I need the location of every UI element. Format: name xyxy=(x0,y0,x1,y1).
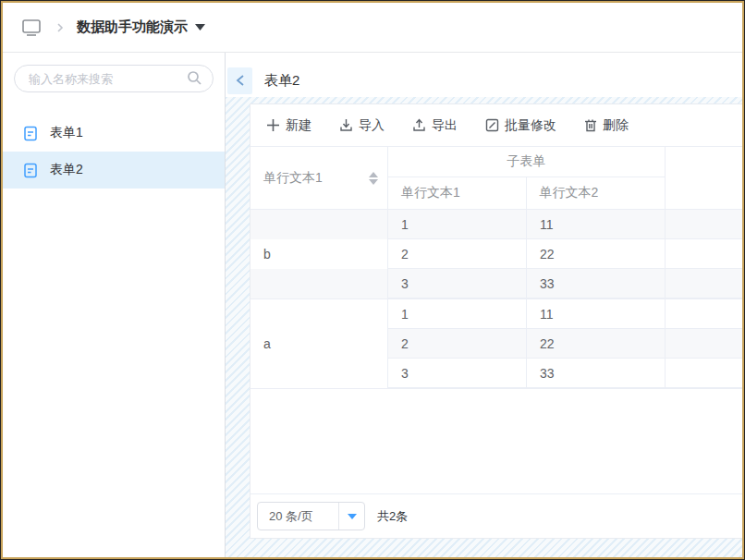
toolbar: 新建 导入 xyxy=(250,104,742,147)
sidebar-item-label: 表单2 xyxy=(50,162,83,178)
subform-subheaders: 单行文本1 单行文本2 xyxy=(388,177,665,209)
batch-edit-label: 批量修改 xyxy=(505,117,556,134)
table-cell-empty xyxy=(666,359,742,388)
create-button[interactable]: 新建 xyxy=(266,117,311,134)
table-cell: 22 xyxy=(527,239,666,269)
table-cell: 1 xyxy=(388,299,527,329)
document-icon xyxy=(23,163,38,178)
delete-icon xyxy=(584,118,597,132)
edit-icon xyxy=(485,118,499,132)
table-cell-empty xyxy=(666,329,742,359)
total-count: 共2条 xyxy=(377,508,408,525)
pagination-bar: 20 条/页 共2条 xyxy=(250,493,742,538)
plus-icon xyxy=(266,118,280,132)
table-cell-empty xyxy=(666,239,742,269)
chevron-right-icon xyxy=(55,22,66,33)
table-row[interactable]: 222 xyxy=(250,239,742,269)
table-cell: 2 xyxy=(388,329,527,359)
column-header-col1: 单行文本1 xyxy=(250,147,388,209)
table-cell-empty xyxy=(666,210,742,239)
app-window: 数据助手功能演示 xyxy=(0,0,745,560)
form-title: 表单2 xyxy=(264,72,299,90)
search-box xyxy=(14,65,214,92)
sidebar: 表单1 表单2 xyxy=(3,53,226,557)
table-cell: 33 xyxy=(527,359,666,388)
delete-button[interactable]: 删除 xyxy=(584,117,629,134)
chevron-left-icon xyxy=(235,74,246,87)
sidebar-item-form2[interactable]: 表单2 xyxy=(3,152,225,189)
table-body: 111222333b111222333a xyxy=(250,210,742,389)
search-icon[interactable] xyxy=(187,70,202,89)
table-cell: 2 xyxy=(388,239,527,269)
page-size-value: 20 条/页 xyxy=(258,503,338,530)
group-cell-area xyxy=(250,239,388,269)
table-cell: 3 xyxy=(388,359,527,388)
content-background: 新建 导入 xyxy=(226,97,742,557)
export-label: 导出 xyxy=(432,117,458,134)
import-icon xyxy=(339,118,353,132)
sort-carets-icon[interactable] xyxy=(369,172,378,185)
create-label: 新建 xyxy=(286,117,311,134)
table-row[interactable]: 333 xyxy=(250,269,742,298)
group-cell-area xyxy=(250,299,388,329)
col1-header-label: 单行文本1 xyxy=(263,170,323,187)
group-cell-area xyxy=(250,269,388,298)
form-list: 表单1 表单2 xyxy=(3,115,225,189)
table-cell: 33 xyxy=(527,269,666,298)
body-area: 表单1 表单2 xyxy=(3,53,742,557)
table-row[interactable]: 222 xyxy=(250,329,742,359)
table-group: 111222333a xyxy=(250,299,742,389)
table-group: 111222333b xyxy=(250,210,742,299)
page-size-select[interactable]: 20 条/页 xyxy=(257,502,365,530)
back-button[interactable] xyxy=(227,67,252,94)
table-cell: 22 xyxy=(527,329,666,359)
table-cell-empty xyxy=(666,269,742,298)
document-icon xyxy=(23,126,38,141)
sidebar-item-label: 表单1 xyxy=(50,125,83,141)
subform-header: 子表单 xyxy=(388,147,665,177)
monitor-icon[interactable] xyxy=(21,18,42,37)
search-input[interactable] xyxy=(14,65,214,92)
app-frame: 数据助手功能演示 xyxy=(1,1,744,559)
group-cell-area xyxy=(250,210,388,239)
data-panel: 新建 导入 xyxy=(250,103,742,539)
page-title[interactable]: 数据助手功能演示 xyxy=(77,18,188,36)
import-button[interactable]: 导入 xyxy=(339,117,385,134)
table-row[interactable]: 333 xyxy=(250,359,742,388)
import-label: 导入 xyxy=(359,117,385,134)
caret-down-icon[interactable] xyxy=(195,24,205,30)
export-button[interactable]: 导出 xyxy=(412,117,458,134)
group-cell-area xyxy=(250,359,388,388)
table-row[interactable]: 111 xyxy=(250,210,742,239)
table-cell: 11 xyxy=(527,210,666,239)
caret-down-icon xyxy=(338,503,364,530)
table-cell: 11 xyxy=(527,299,666,329)
subheader-col1: 单行文本1 xyxy=(388,177,527,209)
table-row[interactable]: 111 xyxy=(250,299,742,329)
batch-edit-button[interactable]: 批量修改 xyxy=(485,117,556,134)
main-header: 表单2 xyxy=(226,53,742,97)
sidebar-item-form1[interactable]: 表单1 xyxy=(3,115,225,152)
subform-header-group: 子表单 单行文本1 单行文本2 xyxy=(388,147,666,209)
export-icon xyxy=(412,118,426,132)
table-cell: 1 xyxy=(388,210,527,239)
subheader-col2: 单行文本2 xyxy=(527,177,666,209)
column-header-empty xyxy=(666,147,742,209)
table-empty-space xyxy=(250,389,742,493)
top-bar: 数据助手功能演示 xyxy=(3,3,742,53)
table-header: 单行文本1 子表单 单行文本1 单行文本2 xyxy=(250,147,742,210)
main-area: 表单2 新建 xyxy=(226,53,742,557)
group-cell-area xyxy=(250,329,388,359)
delete-label: 删除 xyxy=(603,117,629,134)
table-cell: 3 xyxy=(388,269,527,298)
table-cell-empty xyxy=(666,299,742,329)
